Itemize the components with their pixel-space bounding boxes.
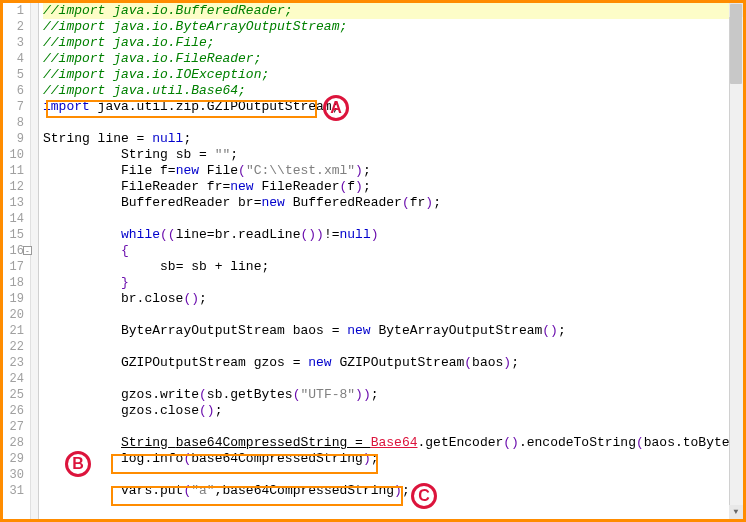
code-line: log.info(base64CompressedString); [43,451,743,467]
code-line [43,307,743,323]
code-line: //import java.io.FileReader; [43,51,743,67]
line-number: 7 [3,99,24,115]
line-number: 13 [3,195,24,211]
line-number: 16- [3,243,24,259]
code-line: //import java.io.BufferedReader; [43,3,743,19]
line-number: 18 [3,275,24,291]
code-line [43,115,743,131]
line-number: 10 [3,147,24,163]
code-line [43,371,743,387]
code-line: vars.put("a",base64CompressedString); [43,483,743,499]
code-line [43,467,743,483]
code-line: } [43,275,743,291]
code-line: GZIPOutputStream gzos = new GZIPOutputSt… [43,355,743,371]
line-number: 27 [3,419,24,435]
line-number: 8 [3,115,24,131]
code-area[interactable]: //import java.io.BufferedReader; //impor… [39,3,743,519]
line-number: 25 [3,387,24,403]
fold-margin [31,3,39,519]
line-number: 2 [3,19,24,35]
code-line: String sb = ""; [43,147,743,163]
scroll-thumb[interactable] [730,4,742,84]
line-number: 15 [3,227,24,243]
code-line [43,339,743,355]
line-number: 28 [3,435,24,451]
code-line: BufferedReader br=new BufferedReader(fr)… [43,195,743,211]
code-editor: 1 2 3 4 5 6 7 8 9 10 11 12 13 14 15 16- … [3,3,743,519]
code-line: //import java.io.File; [43,35,743,51]
line-number: 19 [3,291,24,307]
line-number: 11 [3,163,24,179]
code-line: //import java.io.ByteArrayOutputStream; [43,19,743,35]
code-line: gzos.write(sb.getBytes("UTF-8")); [43,387,743,403]
vertical-scrollbar[interactable]: ▲ ▼ [729,3,743,519]
fold-toggle-icon[interactable]: - [23,246,32,255]
code-line: ByteArrayOutputStream baos = new ByteArr… [43,323,743,339]
line-number: 22 [3,339,24,355]
code-line: String line = null; [43,131,743,147]
line-number: 1 [3,3,24,19]
line-number: 20 [3,307,24,323]
annotation-label-a: A [323,95,349,121]
line-number: 3 [3,35,24,51]
annotation-label-b: B [65,451,91,477]
line-number: 17 [3,259,24,275]
code-line [43,419,743,435]
code-line [43,211,743,227]
code-line: String base64CompressedString = Base64.g… [43,435,743,451]
line-number: 31 [3,483,24,499]
code-line: br.close(); [43,291,743,307]
line-number: 5 [3,67,24,83]
annotation-label-c: C [411,483,437,509]
code-line: { [43,243,743,259]
line-number: 23 [3,355,24,371]
line-number-gutter: 1 2 3 4 5 6 7 8 9 10 11 12 13 14 15 16- … [3,3,31,519]
line-number: 14 [3,211,24,227]
code-line: FileReader fr=new FileReader(f); [43,179,743,195]
line-number: 29 [3,451,24,467]
scroll-down-icon[interactable]: ▼ [729,505,743,519]
line-number: 6 [3,83,24,99]
line-number: 12 [3,179,24,195]
line-number: 9 [3,131,24,147]
line-number: 21 [3,323,24,339]
code-line: //import java.io.IOException; [43,67,743,83]
line-number: 26 [3,403,24,419]
code-line: sb= sb + line; [43,259,743,275]
code-line: while((line=br.readLine())!=null) [43,227,743,243]
line-number: 24 [3,371,24,387]
code-line: import java.util.zip.GZIPOutputStream; [43,99,743,115]
code-line: gzos.close(); [43,403,743,419]
line-number: 30 [3,467,24,483]
code-line: File f=new File("C:\\test.xml"); [43,163,743,179]
line-number: 4 [3,51,24,67]
code-line: //import java.util.Base64; [43,83,743,99]
